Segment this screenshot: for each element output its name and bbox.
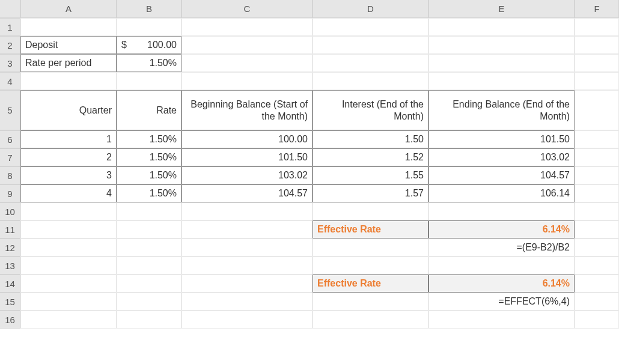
- row-header-3[interactable]: 3: [0, 54, 20, 72]
- cell-A7[interactable]: 2: [20, 148, 117, 166]
- cell-D8[interactable]: 1.55: [313, 166, 428, 184]
- row-header-15[interactable]: 15: [0, 293, 20, 311]
- cell-B10[interactable]: [117, 202, 181, 220]
- cell-C5[interactable]: Beginning Balance (Start of the Month): [181, 90, 313, 130]
- cell-D5[interactable]: Interest (End of the Month): [313, 90, 428, 130]
- row-header-9[interactable]: 9: [0, 184, 20, 202]
- cell-A4[interactable]: [20, 72, 117, 90]
- cell-C6[interactable]: 100.00: [181, 130, 313, 148]
- effective-rate-label-2[interactable]: Effective Rate: [313, 275, 428, 293]
- cell-A8[interactable]: 3: [20, 166, 117, 184]
- cell-A14[interactable]: [20, 275, 117, 293]
- cell-D10[interactable]: [313, 202, 428, 220]
- effective-rate-value-2[interactable]: 6.14%: [428, 275, 575, 293]
- cell-D2[interactable]: [313, 36, 428, 54]
- cell-F7[interactable]: [575, 148, 619, 166]
- cell-A10[interactable]: [20, 202, 117, 220]
- cell-A15[interactable]: [20, 293, 117, 311]
- cell-B5[interactable]: Rate: [117, 90, 181, 130]
- cell-B6[interactable]: 1.50%: [117, 130, 181, 148]
- cell-E7[interactable]: 103.02: [428, 148, 575, 166]
- cell-F14[interactable]: [575, 275, 619, 293]
- cell-D13[interactable]: [313, 256, 428, 275]
- cell-E1[interactable]: [428, 18, 575, 36]
- cell-F3[interactable]: [575, 54, 619, 72]
- cell-A11[interactable]: [20, 220, 117, 238]
- cell-F8[interactable]: [575, 166, 619, 184]
- row-header-5[interactable]: 5: [0, 90, 20, 130]
- cell-D3[interactable]: [313, 54, 428, 72]
- cell-C4[interactable]: [181, 72, 313, 90]
- row-header-11[interactable]: 11: [0, 220, 20, 238]
- formula-text-2[interactable]: =EFFECT(6%,4): [428, 293, 575, 311]
- column-header-D[interactable]: D: [313, 0, 428, 18]
- row-header-2[interactable]: 2: [0, 36, 20, 54]
- cell-E13[interactable]: [428, 256, 575, 275]
- cell-B16[interactable]: [117, 311, 181, 329]
- cell-A2[interactable]: Deposit: [20, 36, 117, 54]
- cell-B15[interactable]: [117, 293, 181, 311]
- cell-D9[interactable]: 1.57: [313, 184, 428, 202]
- cell-B8[interactable]: 1.50%: [117, 166, 181, 184]
- cell-F1[interactable]: [575, 18, 619, 36]
- cell-B11[interactable]: [117, 220, 181, 238]
- cell-D4[interactable]: [313, 72, 428, 90]
- row-header-8[interactable]: 8: [0, 166, 20, 184]
- cell-E10[interactable]: [428, 202, 575, 220]
- cell-E2[interactable]: [428, 36, 575, 54]
- cell-B1[interactable]: [117, 18, 181, 36]
- cell-A9[interactable]: 4: [20, 184, 117, 202]
- effective-rate-value-1[interactable]: 6.14%: [428, 220, 575, 238]
- cell-F6[interactable]: [575, 130, 619, 148]
- cell-F5[interactable]: [575, 90, 619, 130]
- cell-E6[interactable]: 101.50: [428, 130, 575, 148]
- cell-E4[interactable]: [428, 72, 575, 90]
- cell-D7[interactable]: 1.52: [313, 148, 428, 166]
- cell-C12[interactable]: [181, 238, 313, 256]
- cell-B3[interactable]: 1.50%: [117, 54, 181, 72]
- cell-E3[interactable]: [428, 54, 575, 72]
- cell-C11[interactable]: [181, 220, 313, 238]
- cell-F16[interactable]: [575, 311, 619, 329]
- cell-F15[interactable]: [575, 293, 619, 311]
- select-all-corner[interactable]: [0, 0, 20, 18]
- cell-A1[interactable]: [20, 18, 117, 36]
- cell-A13[interactable]: [20, 256, 117, 275]
- cell-F9[interactable]: [575, 184, 619, 202]
- cell-F13[interactable]: [575, 256, 619, 275]
- cell-A16[interactable]: [20, 311, 117, 329]
- cell-C3[interactable]: [181, 54, 313, 72]
- cell-F12[interactable]: [575, 238, 619, 256]
- row-header-14[interactable]: 14: [0, 275, 20, 293]
- cell-D16[interactable]: [313, 311, 428, 329]
- effective-rate-label-1[interactable]: Effective Rate: [313, 220, 428, 238]
- cell-C7[interactable]: 101.50: [181, 148, 313, 166]
- cell-B7[interactable]: 1.50%: [117, 148, 181, 166]
- cell-C16[interactable]: [181, 311, 313, 329]
- cell-B12[interactable]: [117, 238, 181, 256]
- cell-C1[interactable]: [181, 18, 313, 36]
- cell-C9[interactable]: 104.57: [181, 184, 313, 202]
- cell-A6[interactable]: 1: [20, 130, 117, 148]
- cell-E9[interactable]: 106.14: [428, 184, 575, 202]
- cell-B2[interactable]: $100.00: [117, 36, 181, 54]
- cell-D6[interactable]: 1.50: [313, 130, 428, 148]
- cell-C13[interactable]: [181, 256, 313, 275]
- cell-C10[interactable]: [181, 202, 313, 220]
- cell-A5[interactable]: Quarter: [20, 90, 117, 130]
- cell-B13[interactable]: [117, 256, 181, 275]
- cell-B14[interactable]: [117, 275, 181, 293]
- cell-D15[interactable]: [313, 293, 428, 311]
- row-header-12[interactable]: 12: [0, 238, 20, 256]
- column-header-B[interactable]: B: [117, 0, 181, 18]
- row-header-16[interactable]: 16: [0, 311, 20, 329]
- cell-E8[interactable]: 104.57: [428, 166, 575, 184]
- row-header-7[interactable]: 7: [0, 148, 20, 166]
- row-header-4[interactable]: 4: [0, 72, 20, 90]
- cell-A12[interactable]: [20, 238, 117, 256]
- cell-E16[interactable]: [428, 311, 575, 329]
- row-header-10[interactable]: 10: [0, 202, 20, 220]
- cell-C15[interactable]: [181, 293, 313, 311]
- cell-A3[interactable]: Rate per period: [20, 54, 117, 72]
- formula-text-1[interactable]: =(E9-B2)/B2: [428, 238, 575, 256]
